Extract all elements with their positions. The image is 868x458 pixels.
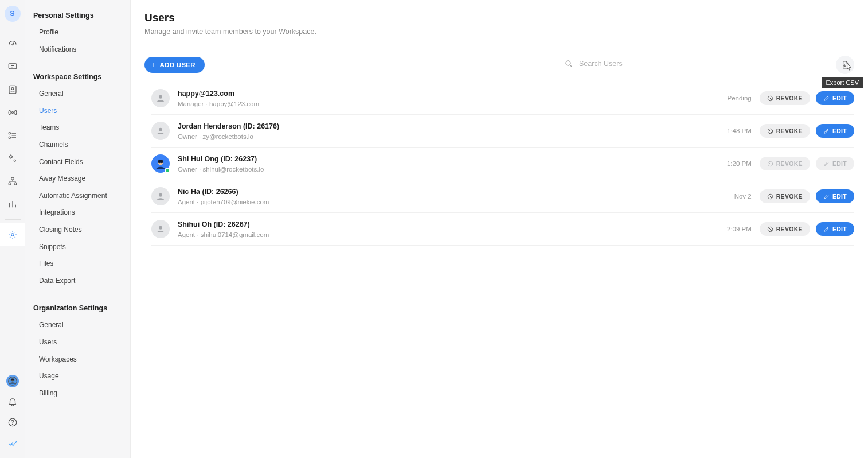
edit-label: EDIT (832, 160, 847, 167)
svg-point-16 (12, 424, 13, 425)
svg-point-3 (11, 88, 14, 90)
user-meta: Agent · pijoteh709@niekie.com (178, 199, 706, 205)
sidebar-item-org-users[interactable]: Users (25, 334, 130, 351)
rail-notifications-icon[interactable] (0, 391, 25, 412)
revoke-button[interactable]: REVOKE (760, 124, 810, 138)
svg-point-29 (159, 226, 162, 230)
edit-label: EDIT (832, 226, 847, 232)
online-status-dot (165, 168, 170, 173)
search-field[interactable] (564, 59, 828, 71)
sidebar-item-org-workspaces[interactable]: Workspaces (25, 351, 130, 368)
revoke-button[interactable]: REVOKE (760, 91, 810, 105)
svg-point-25 (161, 162, 162, 163)
add-user-label: ADD USER (159, 61, 195, 68)
revoke-button: REVOKE (760, 157, 810, 170)
rail-help-icon[interactable] (0, 412, 25, 433)
nav-reports-icon[interactable] (0, 193, 25, 216)
toolbar: + ADD USER (144, 45, 854, 82)
revoke-button[interactable]: REVOKE (760, 222, 810, 236)
edit-button[interactable]: EDIT (816, 189, 854, 203)
user-info: Nic Ha (ID: 26266)Agent · pijoteh709@nie… (178, 187, 706, 205)
sidebar-item-org-billing[interactable]: Billing (25, 385, 130, 402)
edit-label: EDIT (832, 95, 847, 102)
sidebar-item-ws-files[interactable]: Files (25, 255, 130, 273)
icon-rail: S (0, 0, 25, 458)
user-timestamp: Pending (706, 95, 752, 102)
edit-button[interactable]: EDIT (816, 124, 854, 138)
svg-rect-5 (9, 133, 10, 134)
nav-automation-icon[interactable] (0, 147, 25, 170)
svg-rect-11 (14, 183, 17, 185)
user-row: happy@123.comManager · happy@123.comPend… (151, 82, 854, 115)
sidebar-item-ws-teams[interactable]: Teams (25, 119, 130, 137)
user-name: happy@123.com (178, 89, 706, 99)
rail-divider (5, 219, 21, 220)
svg-rect-6 (9, 137, 10, 138)
page-title: Users (144, 11, 854, 24)
user-avatar (151, 122, 170, 140)
sidebar-item-profile[interactable]: Profile (25, 24, 130, 41)
rail-status-icon[interactable] (0, 433, 25, 453)
user-name: Jordan Henderson (ID: 26176) (178, 122, 706, 131)
nav-dashboard-icon[interactable] (0, 32, 25, 55)
edit-button: EDIT (816, 157, 854, 170)
user-info: Shi Hui Ong (ID: 26237)Owner · shihui@ro… (178, 154, 706, 173)
svg-point-24 (159, 162, 160, 163)
edit-button[interactable]: EDIT (816, 222, 854, 236)
export-csv-tooltip: Export CSV (822, 77, 863, 88)
user-meta: Owner · zy@rocketbots.io (178, 133, 706, 140)
svg-point-4 (11, 112, 13, 114)
nav-messages-icon[interactable] (0, 55, 25, 78)
revoke-label: REVOKE (776, 127, 803, 134)
user-timestamp: 1:48 PM (706, 127, 752, 134)
search-input[interactable] (579, 60, 828, 68)
edit-label: EDIT (832, 127, 847, 134)
user-meta: Manager · happy@123.com (178, 100, 706, 107)
sidebar-item-ws-data-export[interactable]: Data Export (25, 273, 130, 290)
svg-point-8 (14, 160, 15, 161)
revoke-label: REVOKE (776, 95, 803, 102)
sidebar-item-ws-integrations[interactable]: Integrations (25, 204, 130, 222)
user-avatar (151, 220, 170, 238)
svg-point-17 (566, 61, 570, 65)
page-subtitle: Manage and invite team members to your W… (144, 28, 854, 45)
export-csv-button[interactable] (836, 56, 854, 74)
sidebar-item-ws-snippets[interactable]: Snippets (25, 239, 130, 256)
sidebar-item-ws-channels[interactable]: Channels (25, 137, 130, 154)
sidebar-item-ws-general[interactable]: General (25, 86, 130, 103)
nav-org-icon[interactable] (0, 170, 25, 193)
edit-button[interactable]: EDIT (816, 91, 854, 105)
nav-broadcast-icon[interactable] (0, 101, 25, 124)
revoke-button[interactable]: REVOKE (760, 189, 810, 203)
rail-user-avatar-icon[interactable] (0, 371, 25, 391)
nav-settings-icon[interactable] (0, 223, 25, 246)
svg-point-20 (159, 128, 162, 131)
revoke-label: REVOKE (776, 160, 803, 167)
svg-point-12 (11, 234, 14, 236)
user-row: Nic Ha (ID: 26266)Agent · pijoteh709@nie… (151, 180, 854, 213)
nav-workflows-icon[interactable] (0, 124, 25, 147)
edit-label: EDIT (832, 193, 847, 200)
sidebar-item-ws-users[interactable]: Users (25, 103, 130, 120)
export-file-icon (840, 60, 850, 69)
nav-contacts-icon[interactable] (0, 78, 25, 101)
sidebar-section-personal: Personal Settings (25, 8, 130, 24)
sidebar-item-ws-away-message[interactable]: Away Message (25, 170, 130, 188)
user-name: Shihui Oh (ID: 26267) (178, 220, 706, 230)
sidebar-item-org-general[interactable]: General (25, 317, 130, 334)
sidebar-item-org-usage[interactable]: Usage (25, 368, 130, 385)
user-list: happy@123.comManager · happy@123.comPend… (144, 82, 854, 246)
sidebar-item-ws-auto-assignment[interactable]: Automatic Assignment (25, 188, 130, 205)
user-timestamp: 2:09 PM (706, 226, 752, 232)
sidebar-item-ws-contact-fields[interactable]: Contact Fields (25, 154, 130, 171)
user-info: happy@123.comManager · happy@123.com (178, 89, 706, 107)
sidebar-section-workspace: Workspace Settings (25, 69, 130, 86)
add-user-button[interactable]: + ADD USER (144, 57, 205, 73)
sidebar-item-ws-closing-notes[interactable]: Closing Notes (25, 222, 130, 239)
sidebar-item-notifications[interactable]: Notifications (25, 41, 130, 59)
plus-icon: + (151, 61, 156, 69)
workspace-avatar[interactable]: S (5, 6, 21, 22)
svg-point-27 (159, 193, 162, 197)
user-meta: Owner · shihui@rocketbots.io (178, 166, 706, 173)
sidebar-section-org: Organization Settings (25, 301, 130, 317)
